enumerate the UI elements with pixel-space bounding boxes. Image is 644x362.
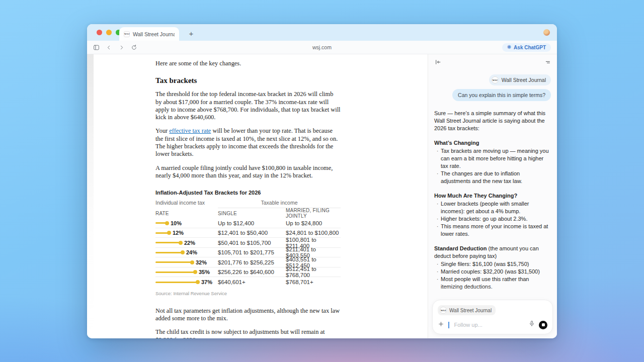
profile-avatar[interactable] bbox=[543, 29, 550, 36]
assistant-bullet: ·Most people will use this rather than i… bbox=[434, 276, 551, 291]
single-range: $105,701 to $201,775 bbox=[218, 249, 286, 255]
chart-source: Source: Internal Revenue Service bbox=[155, 291, 341, 296]
rate-label: 32% bbox=[196, 259, 207, 265]
article-paragraph: A married couple filing jointly could ha… bbox=[155, 164, 341, 180]
text-cursor bbox=[448, 322, 449, 328]
married-range: $512,451 to $768,700 bbox=[286, 266, 341, 278]
rate-label: 37% bbox=[201, 279, 212, 285]
chart-group-right: Taxable income bbox=[218, 200, 341, 208]
article-heading-tax-brackets: Tax brackets bbox=[155, 76, 341, 85]
rate-bar bbox=[155, 252, 183, 253]
followup-input[interactable]: Follow up... bbox=[454, 322, 525, 328]
composer: WSJ Wall Street Journal Follow up... bbox=[432, 300, 553, 335]
rate-bar bbox=[155, 232, 169, 234]
reload-icon[interactable] bbox=[130, 43, 138, 51]
chatgpt-sidebar: WSJ Wall Street Journal Can you explain … bbox=[428, 54, 557, 338]
rate-bar bbox=[155, 242, 181, 243]
assistant-section-heading: How Much Are They Changing? bbox=[434, 192, 551, 200]
tax-brackets-chart: Inflation-Adjusted Tax Brackets for 2026… bbox=[155, 190, 341, 296]
microphone-icon[interactable] bbox=[529, 320, 535, 329]
rate-label: 22% bbox=[184, 240, 195, 246]
single-range: $640,601+ bbox=[218, 279, 286, 285]
user-message-bubble: Can you explain this in simple terms? bbox=[452, 89, 551, 101]
wsj-badge-icon: WSJ bbox=[440, 307, 447, 314]
assistant-section-heading: Standard Deduction (the amount you can d… bbox=[434, 245, 551, 260]
rate-label: 12% bbox=[173, 230, 184, 236]
chart-title: Inflation-Adjusted Tax Brackets for 2026 bbox=[155, 190, 341, 196]
article-paragraph: Here are some of the key changes. bbox=[155, 60, 341, 67]
rate-bar bbox=[155, 261, 192, 263]
article-paragraph: Not all tax parameters get inflation adj… bbox=[155, 307, 341, 323]
rate-label: 35% bbox=[199, 269, 210, 275]
married-range: Up to $24,800 bbox=[286, 220, 341, 226]
rate-bar bbox=[155, 282, 198, 283]
rate-bar bbox=[155, 272, 195, 273]
single-range: $256,226 to $640,600 bbox=[218, 269, 286, 275]
article-text: Your bbox=[155, 127, 169, 134]
article-paragraph: Your effective tax rate will be lower th… bbox=[155, 127, 341, 158]
composer-context-chip[interactable]: WSJ Wall Street Journal bbox=[438, 305, 496, 315]
source-context-chip[interactable]: WSJ Wall Street Journal bbox=[489, 74, 551, 85]
assistant-bullet: ·Married couples: $32,200 (was $31,500) bbox=[434, 268, 551, 276]
attach-plus-icon[interactable] bbox=[438, 320, 444, 329]
single-range: Up to $12,400 bbox=[218, 220, 286, 226]
tax-bracket-row: 35%$256,226 to $640,600$512,451 to $768,… bbox=[155, 267, 341, 278]
rate-bar bbox=[155, 222, 167, 224]
rate-label: 10% bbox=[171, 220, 182, 226]
single-range: $12,401 to $50,400 bbox=[218, 230, 286, 236]
effective-tax-rate-link[interactable]: effective tax rate bbox=[169, 127, 211, 134]
assistant-section-heading: What’s Changing bbox=[434, 139, 551, 147]
assistant-bullet: ·This means more of your income is taxed… bbox=[434, 223, 551, 238]
chart-group-left: Individual income tax bbox=[155, 200, 205, 206]
collapse-sidebar-icon[interactable] bbox=[435, 58, 441, 67]
assistant-bullet: ·Higher brackets: go up about 2.3%. bbox=[434, 215, 551, 223]
assistant-section: What’s Changing·Tax brackets are moving … bbox=[434, 139, 551, 185]
conversation: WSJ Wall Street Journal Can you explain … bbox=[428, 71, 557, 312]
window-controls bbox=[97, 30, 121, 35]
column-header-married: MARRIED, FILING JOINTLY bbox=[286, 208, 341, 219]
article-paragraph: The threshold for the top federal income… bbox=[155, 90, 341, 121]
chart-rows: 10%Up to $12,400Up to $24,80012%$12,401 … bbox=[155, 218, 341, 287]
chart-column-headers: RATE SINGLE MARRIED, FILING JOINTLY bbox=[155, 208, 341, 218]
single-range: $201,776 to $256,225 bbox=[218, 259, 286, 265]
assistant-bullet: ·Single filers: $16,100 (was $15,750) bbox=[434, 260, 551, 268]
assistant-message: Sure — here’s a simple summary of what t… bbox=[434, 110, 551, 312]
toggle-sidebar-icon[interactable] bbox=[92, 43, 100, 51]
page-left-gutter bbox=[87, 54, 94, 338]
column-header-single: SINGLE bbox=[218, 211, 286, 216]
article-pane: Here are some of the key changes. Tax br… bbox=[94, 54, 428, 338]
tax-bracket-row: 10%Up to $12,400Up to $24,800 bbox=[155, 218, 341, 228]
assistant-bullet: ·The changes are due to inflation adjust… bbox=[434, 170, 551, 185]
browser-window: WSJ Wall Street Journal + wsj.com ❋ Ask … bbox=[87, 24, 557, 338]
single-range: $50,401 to $105,700 bbox=[218, 240, 286, 246]
sidebar-menu-icon[interactable] bbox=[544, 58, 550, 67]
assistant-intro: Sure — here’s a simple summary of what t… bbox=[434, 110, 551, 132]
chart-group-headers: Individual income tax Taxable income bbox=[155, 200, 341, 208]
assistant-bullet: ·Tax brackets are moving up — meaning yo… bbox=[434, 147, 551, 170]
tab-title: Wall Street Journal bbox=[133, 31, 175, 37]
browser-toolbar: wsj.com ❋ Ask ChatGPT bbox=[87, 41, 557, 54]
rate-label: 24% bbox=[186, 249, 197, 255]
wsj-favicon-icon: WSJ bbox=[124, 31, 130, 37]
wsj-badge-icon: WSJ bbox=[492, 76, 499, 83]
stop-generating-button[interactable] bbox=[539, 321, 547, 329]
married-range: $24,801 to $100,800 bbox=[286, 230, 341, 236]
source-chip-label: Wall Street Journal bbox=[502, 77, 546, 83]
openai-logo-icon: ❋ bbox=[507, 45, 511, 50]
back-icon[interactable] bbox=[105, 43, 113, 51]
tab-wall-street-journal[interactable]: WSJ Wall Street Journal bbox=[119, 27, 179, 41]
ask-chatgpt-button[interactable]: ❋ Ask ChatGPT bbox=[502, 43, 551, 52]
url-bar[interactable]: wsj.com bbox=[312, 44, 332, 50]
tab-strip: WSJ Wall Street Journal + bbox=[87, 24, 557, 41]
assistant-section: Standard Deduction (the amount you can d… bbox=[434, 245, 551, 291]
forward-icon[interactable] bbox=[117, 43, 125, 51]
assistant-bullet: ·Lower brackets (people with smaller inc… bbox=[434, 200, 551, 215]
close-window-button[interactable] bbox=[97, 30, 102, 35]
new-tab-button[interactable]: + bbox=[186, 29, 196, 39]
minimize-window-button[interactable] bbox=[106, 30, 112, 35]
assistant-section: How Much Are They Changing?·Lower bracke… bbox=[434, 192, 551, 238]
married-range: $768,701+ bbox=[286, 279, 341, 285]
composer-chip-label: Wall Street Journal bbox=[449, 308, 492, 313]
column-header-rate: RATE bbox=[155, 211, 218, 216]
article-paragraph: The child tax credit is now subject to a… bbox=[155, 328, 341, 338]
